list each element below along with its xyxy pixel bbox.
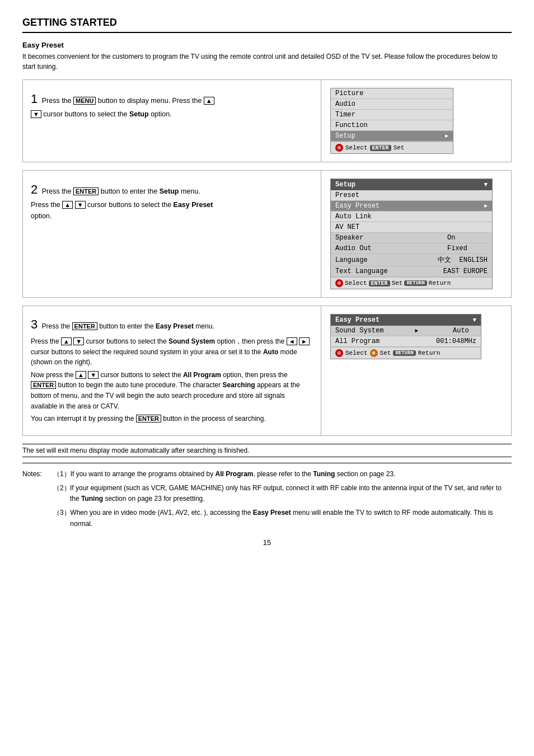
step-2-left: 2 Press the ENTER button to enter the Se… xyxy=(23,171,321,297)
set-circle-icon-3: ⊕ xyxy=(370,349,378,357)
notes-section: Notes: （1） If you want to arrange the pr… xyxy=(22,463,512,529)
up-key-2: ▲ xyxy=(62,201,73,209)
note-3-spacer xyxy=(22,508,53,529)
notes-label: Notes: xyxy=(22,469,53,480)
osd-function-row: Function xyxy=(331,120,453,131)
section-title: Easy Preset xyxy=(22,41,512,49)
note-3-num: （3） xyxy=(53,508,70,529)
select-label: Select xyxy=(345,144,368,151)
osd-language-row: Language中文 ENGLISH xyxy=(331,254,492,266)
right-key-3: ► xyxy=(299,337,310,345)
osd2-footer: ⊙ Select ENTER Set RETURN Return xyxy=(331,277,492,289)
set-label-3: Set xyxy=(380,350,391,356)
auto-text: Auto xyxy=(263,348,278,356)
auto-complete-text: The set will exit menu display mode auto… xyxy=(22,444,512,457)
searching-text: Searching xyxy=(223,381,255,389)
step-3-number: 3 xyxy=(31,317,38,331)
return-label-2: Return xyxy=(429,280,451,287)
step-1-osd: Picture Audio Timer Function Setup► ⊙ Se… xyxy=(330,88,453,154)
step-3-osd: Easy Preset ▼ Sound System ► Auto All Pr… xyxy=(330,314,481,359)
osd-av-net-row: AV NET xyxy=(331,222,492,233)
down-key-2: ▼ xyxy=(75,201,86,209)
step-2-block: 2 Press the ENTER button to enter the Se… xyxy=(22,170,512,298)
enter-key-3b: ENTER xyxy=(31,381,56,389)
osd2-title: Setup ▼ xyxy=(331,179,492,190)
page-number: 15 xyxy=(22,538,512,547)
step-1-block: 1 Press the MENU button to display menu.… xyxy=(22,79,512,162)
osd3-footer: ⊙ Select ⊕ Set RETURN Return xyxy=(331,347,481,359)
left-key-3: ◄ xyxy=(287,337,297,345)
step-2-number: 2 xyxy=(31,182,38,196)
note-3-row: （3） When you are in video mode (AV1, AV2… xyxy=(22,508,512,529)
osd3-title: Easy Preset ▼ xyxy=(331,314,481,326)
select-circle-icon-3: ⊙ xyxy=(335,349,343,357)
down-key-3: ▼ xyxy=(73,337,84,345)
note-1-num: （1） xyxy=(53,469,71,480)
sound-system-text: Sound System xyxy=(168,337,215,345)
note-2-row: （2） If your equipment (such as VCR, GAME… xyxy=(22,483,512,504)
enter-key-3c: ENTER xyxy=(136,415,161,422)
set-label-2: Set xyxy=(392,280,403,287)
osd-speaker-row: SpeakerOn xyxy=(331,233,492,243)
step-1-left: 1 Press the MENU button to display menu.… xyxy=(23,80,321,162)
note-2-spacer xyxy=(22,483,53,504)
intro-text: It becomes convenient for the customers … xyxy=(22,51,512,72)
select-circle-icon: ⊙ xyxy=(335,144,343,152)
enter-btn-2: ENTER xyxy=(369,280,390,287)
down-key-3b: ▼ xyxy=(88,371,99,379)
select-label-2: Select xyxy=(345,280,367,287)
return-btn-3: RETURN xyxy=(393,350,415,356)
return-btn-2: RETURN xyxy=(404,280,427,286)
osd-text-language-row: Text LanguageEAST EUROPE xyxy=(331,266,492,277)
osd-auto-link-row: Auto Link xyxy=(331,212,492,222)
osd-preset-row: Preset xyxy=(331,190,492,201)
easy-preset-text-3: Easy Preset xyxy=(156,322,194,330)
down-key: ▼ xyxy=(31,110,41,118)
osd1-footer: ⊙ Select ENTER Set xyxy=(331,142,453,153)
note-1: （1） If you want to arrange the programs … xyxy=(53,469,395,480)
step-1-number: 1 xyxy=(31,92,38,106)
osd-easy-preset-row: Easy Preset► xyxy=(331,201,492,212)
up-key: ▲ xyxy=(204,97,214,105)
step-2-osd: Setup ▼ Preset Easy Preset► Auto Link AV… xyxy=(330,179,493,289)
note-2-num: （2） xyxy=(53,483,70,504)
note-1-row: Notes: （1） If you want to arrange the pr… xyxy=(22,469,512,480)
setup-text: Setup xyxy=(160,187,179,195)
enter-btn: ENTER xyxy=(370,145,391,151)
set-label: Set xyxy=(394,144,405,151)
note-3-text: When you are in video mode (AV1, AV2, et… xyxy=(70,508,512,529)
osd-setup-row: Setup► xyxy=(331,131,453,142)
step-2-right: Setup ▼ Preset Easy Preset► Auto Link AV… xyxy=(321,171,511,297)
up-key-3b: ▲ xyxy=(76,371,86,379)
all-program-text: All Program xyxy=(183,371,221,379)
osd-timer-row: Timer xyxy=(331,110,453,120)
return-label-3: Return xyxy=(418,350,441,356)
osd-all-program-row: All Program 001:048MHz xyxy=(331,336,481,347)
note-1-text: If you want to arrange the programs obta… xyxy=(71,469,396,480)
up-key-3: ▲ xyxy=(61,337,72,345)
setup-option: Setup xyxy=(129,110,149,118)
menu-key: MENU xyxy=(73,97,96,105)
select-label-3: Select xyxy=(345,350,368,356)
note-3: （3） When you are in video mode (AV1, AV2… xyxy=(53,508,512,529)
step-3-block: 3 Press the ENTER button to enter the Ea… xyxy=(22,306,512,436)
page-title: GETTING STARTED xyxy=(22,17,512,33)
step-3-right: Easy Preset ▼ Sound System ► Auto All Pr… xyxy=(321,306,511,435)
osd-audio-row: Audio xyxy=(331,99,453,110)
easy-preset-text: Easy Preset xyxy=(174,201,213,209)
note-2-text: If your equipment (such as VCR, GAME MAC… xyxy=(70,483,512,504)
enter-key-2: ENTER xyxy=(73,187,99,195)
note-2: （2） If your equipment (such as VCR, GAME… xyxy=(53,483,512,504)
osd-audio-out-row: Audio OutFixed xyxy=(331,243,492,254)
osd-sound-system-row: Sound System ► Auto xyxy=(331,326,481,336)
select-circle-icon-2: ⊙ xyxy=(335,279,343,287)
osd-picture-row: Picture xyxy=(331,88,453,99)
enter-key-3a: ENTER xyxy=(72,322,97,330)
step-3-left: 3 Press the ENTER button to enter the Ea… xyxy=(23,306,321,435)
step-1-right: Picture Audio Timer Function Setup► ⊙ Se… xyxy=(321,80,511,162)
